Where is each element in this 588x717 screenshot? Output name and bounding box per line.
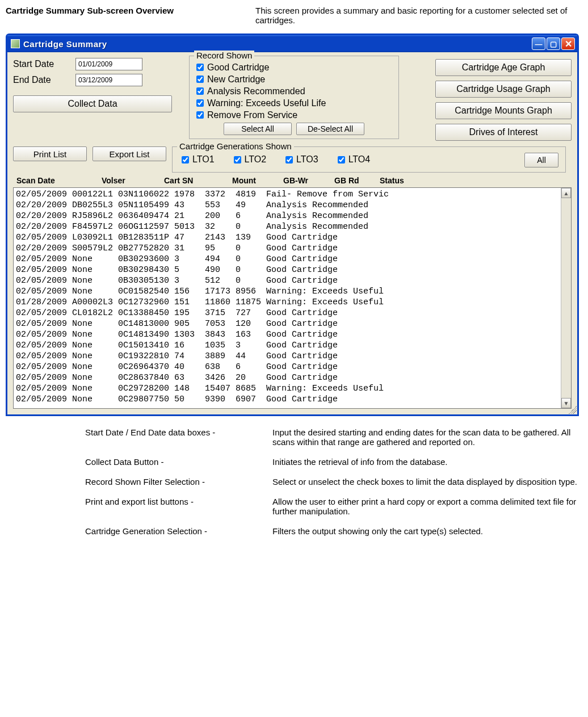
col-volser: Volser — [102, 176, 164, 185]
chk-remove-from-service[interactable]: Remove From Service — [194, 110, 394, 120]
col-gb-rd: GB Rd — [334, 176, 380, 185]
chk-lto4-box[interactable] — [338, 156, 345, 163]
description-text: Allow the user to either print a hard co… — [272, 497, 582, 516]
description-text: Select or unselect the check boxes to li… — [272, 477, 582, 487]
record-shown-title: Record Shown — [194, 51, 254, 60]
description-row: Print and export list buttons -Allow the… — [85, 497, 582, 516]
deselect-all-button[interactable]: De-Select All — [296, 123, 364, 135]
generations-group: Cartridge Generations Shown LTO1 LTO2 LT… — [172, 146, 566, 173]
chk-lto1[interactable]: LTO1 — [179, 154, 215, 165]
chk-warning-useful-life[interactable]: Warning: Exceeds Useful Life — [194, 98, 394, 108]
chk-warning-box[interactable] — [196, 99, 204, 107]
description-term: Start Date / End Date data boxes - — [85, 427, 272, 447]
record-shown-group: Record Shown Good Cartridge New Cartridg… — [189, 56, 399, 139]
results-list-content: 02/05/2009 000122L1 03N1106022 1978 3372… — [14, 188, 561, 408]
chk-analysis-recommended[interactable]: Analysis Recommended — [194, 86, 394, 97]
collect-data-button[interactable]: Collect Data — [13, 95, 172, 112]
close-button[interactable]: ✕ — [561, 37, 575, 50]
end-date-label: End Date — [13, 75, 75, 85]
chk-new-cartridge[interactable]: New Cartridge — [194, 74, 394, 85]
start-date-label: Start Date — [13, 59, 75, 69]
col-gb-wr: GB-Wr — [283, 176, 334, 185]
drives-of-interest-button[interactable]: Drives of Interest — [435, 124, 572, 141]
col-status: Status — [380, 176, 404, 185]
generations-title: Cartridge Generations Shown — [177, 141, 294, 151]
description-term: Record Shown Filter Selection - — [85, 477, 272, 487]
generations-all-button[interactable]: All — [524, 153, 558, 167]
description-term: Collect Data Button - — [85, 457, 272, 467]
description-term: Print and export list buttons - — [85, 497, 272, 516]
chk-lto3[interactable]: LTO3 — [283, 154, 318, 165]
chk-good-cartridge-box[interactable] — [196, 64, 204, 71]
cartridge-summary-window: Cartridge Summary — ▢ ✕ Start Date End D… — [6, 33, 579, 416]
scrollbar[interactable]: ▲ ▼ — [561, 188, 571, 408]
doc-section-intro: This screen provides a summary and basic… — [255, 6, 582, 25]
doc-section-title: Cartridge Summary Sub-screen Overview — [6, 6, 255, 25]
maximize-button[interactable]: ▢ — [547, 37, 560, 50]
select-all-button[interactable]: Select All — [224, 123, 292, 135]
print-list-button[interactable]: Print List — [13, 146, 87, 161]
export-list-button[interactable]: Export List — [93, 146, 166, 161]
col-mount: Mount — [232, 176, 283, 185]
app-icon — [11, 39, 20, 48]
window-title: Cartridge Summary — [23, 39, 531, 49]
chk-lto2[interactable]: LTO2 — [232, 154, 267, 165]
chk-lto3-box[interactable] — [285, 156, 293, 163]
minimize-button[interactable]: — — [532, 37, 545, 50]
description-text: Initiates the retrieval of info from the… — [272, 457, 582, 467]
chk-lto1-box[interactable] — [182, 156, 189, 163]
col-cart-sn: Cart SN — [164, 176, 232, 185]
description-text: Filters the output showing only the cart… — [272, 526, 582, 536]
list-header: Scan Date Volser Cart SN Mount GB-Wr GB … — [13, 173, 572, 187]
start-date-input[interactable] — [75, 58, 142, 70]
chk-analysis-box[interactable] — [196, 87, 204, 95]
description-row: Record Shown Filter Selection -Select or… — [85, 477, 582, 487]
chk-new-cartridge-box[interactable] — [196, 76, 204, 83]
chk-remove-box[interactable] — [196, 111, 204, 119]
resize-grip[interactable] — [569, 406, 577, 414]
description-row: Cartridge Generation Selection -Filters … — [85, 526, 582, 536]
col-scan-date: Scan Date — [16, 176, 102, 185]
cartridge-mounts-graph-button[interactable]: Cartridge Mounts Graph — [435, 102, 572, 119]
chk-good-cartridge[interactable]: Good Cartridge — [194, 62, 394, 73]
cartridge-usage-graph-button[interactable]: Cartridge Usage Graph — [435, 81, 572, 98]
cartridge-age-graph-button[interactable]: Cartridge Age Graph — [435, 59, 572, 76]
end-date-input[interactable] — [75, 74, 142, 86]
chk-lto4[interactable]: LTO4 — [335, 154, 371, 165]
chk-lto2-box[interactable] — [234, 156, 241, 163]
results-list[interactable]: 02/05/2009 000122L1 03N1106022 1978 3372… — [13, 187, 572, 409]
scroll-up-button[interactable]: ▲ — [561, 188, 571, 198]
description-text: Input the desired starting and ending da… — [272, 427, 582, 447]
description-term: Cartridge Generation Selection - — [85, 526, 272, 536]
description-row: Start Date / End Date data boxes -Input … — [85, 427, 582, 447]
description-row: Collect Data Button -Initiates the retri… — [85, 457, 582, 467]
window-titlebar[interactable]: Cartridge Summary — ▢ ✕ — [7, 35, 577, 52]
